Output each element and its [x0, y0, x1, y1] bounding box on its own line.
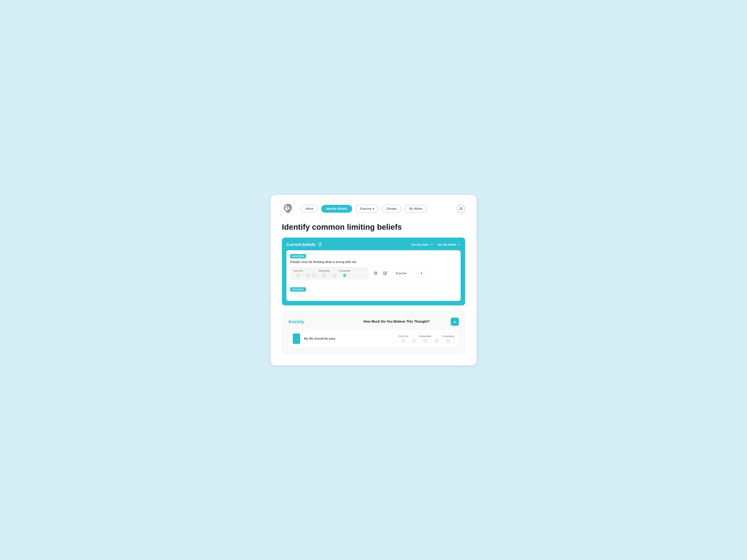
- not-at-all-group: Not At All: [294, 270, 303, 277]
- radio-not-at-all-1[interactable]: [297, 274, 300, 277]
- scale-row: Not At All Moderately Completely: [398, 335, 454, 342]
- sort-by-date-button[interactable]: Sort By Date ▲▼: [411, 243, 433, 246]
- panel-header: Current beliefs Sort By Date ▲▼: [286, 242, 461, 247]
- navbar: About Identify Beliefs Exercise ▾ Donate…: [282, 202, 465, 215]
- scale-moderately: Moderately: [419, 335, 431, 342]
- radio-spacer-1: [306, 270, 309, 277]
- scale-mid-1: [412, 335, 416, 342]
- delete-icon[interactable]: [372, 270, 379, 277]
- radio-moderately[interactable]: [312, 274, 316, 277]
- sort-by-belief-button[interactable]: Sort By Belief ▲▼: [437, 243, 461, 246]
- sort-belief-arrows-icon: ▲▼: [457, 244, 461, 246]
- chevron-down-icon: ▾: [421, 272, 422, 275]
- radio-spacer-3: [333, 270, 336, 277]
- user-icon[interactable]: [457, 205, 465, 213]
- donate-button[interactable]: Donate: [382, 205, 401, 213]
- how-much-label: How Much Do You Believe This Thought?: [342, 320, 451, 324]
- belief-controls: Not At All Moderately: [290, 267, 457, 280]
- beliefs-scroll[interactable]: 24/12/2024 People must be thinking what …: [286, 250, 461, 301]
- radio-mid-2[interactable]: [423, 339, 427, 342]
- completely-group: Completely: [339, 270, 350, 277]
- second-header: Anxiety How Much Do You Believe This Tho…: [288, 317, 459, 326]
- second-section: Anxiety How Much Do You Believe This Tho…: [282, 311, 465, 354]
- panel-title: Current beliefs: [286, 242, 411, 247]
- sort-date-arrows-icon: ▲▼: [429, 244, 433, 246]
- radio-spacer-2: [312, 270, 316, 277]
- logo: [282, 202, 294, 215]
- belief-row: My life should be easy Not At All Modera…: [288, 330, 459, 348]
- scale-completely: Completely: [442, 335, 454, 342]
- moderately-group: Moderately: [319, 270, 330, 277]
- radio-2[interactable]: [306, 274, 309, 277]
- belief-text: People must be thinking what is wrong wi…: [290, 260, 457, 264]
- belief-item-2: 24/12/2024: [290, 283, 457, 294]
- radio-mid-1[interactable]: [412, 339, 416, 342]
- radio-4[interactable]: [333, 274, 336, 277]
- belief-icon: [293, 333, 300, 344]
- radio-not-at-all[interactable]: [402, 339, 405, 342]
- chevron-down-icon: ▾: [372, 207, 374, 210]
- collapse-button[interactable]: ▲: [451, 317, 459, 326]
- scale-not-at-all: Not At All: [398, 335, 409, 342]
- main-card: About Identify Beliefs Exercise ▾ Donate…: [271, 195, 476, 365]
- action-icons: [372, 270, 388, 277]
- radio-completely[interactable]: [343, 274, 346, 277]
- exercise-dropdown[interactable]: Exercise ▾: [392, 270, 426, 277]
- radio-3[interactable]: [323, 274, 326, 277]
- identify-beliefs-button[interactable]: Identify Beliefs: [321, 205, 352, 213]
- about-button[interactable]: About: [301, 205, 318, 213]
- radio-scale: Not At All Moderately: [290, 267, 369, 280]
- scale-mid-3: [435, 335, 438, 342]
- chevron-up-icon: ▲: [453, 320, 457, 324]
- my-works-button[interactable]: My Works: [404, 205, 427, 213]
- date-badge: 24/12/2024: [290, 254, 306, 258]
- belief-item: 24/12/2024 People must be thinking what …: [290, 254, 457, 280]
- page-title: Identify common limiting beliefs: [282, 223, 465, 232]
- edit-icon[interactable]: [382, 270, 388, 277]
- belief-row-text: My life should be easy: [304, 337, 395, 340]
- exercise-button[interactable]: Exercise ▾: [355, 205, 379, 213]
- svg-point-1: [460, 207, 462, 209]
- sort-controls: Sort By Date ▲▼ Sort By Belief ▲▼: [411, 243, 461, 246]
- radio-completely-2[interactable]: [446, 339, 450, 342]
- current-beliefs-panel: Current beliefs Sort By Date ▲▼: [282, 237, 465, 305]
- date-badge-2: 24/12/2024: [290, 287, 306, 291]
- radio-mid-3[interactable]: [435, 339, 438, 342]
- anxiety-title: Anxiety: [288, 319, 342, 324]
